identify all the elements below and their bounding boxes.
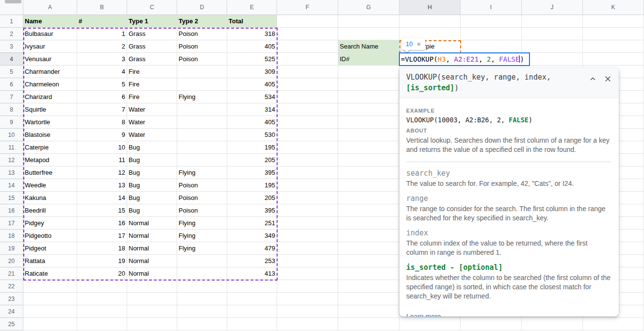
cell-A4[interactable]: Venusaur [23,53,77,66]
cell-A8[interactable]: Squirtle [23,103,77,116]
cell-C8[interactable]: Water [127,103,177,116]
cell-G4[interactable]: ID# [338,53,399,66]
cell-J4[interactable] [522,53,583,66]
cell-E23[interactable] [227,293,277,305]
cell-A6[interactable]: Charmeleon [23,78,77,91]
cell-G23[interactable] [338,293,399,305]
row-header-5[interactable]: 5 [0,66,23,78]
cell-B20[interactable]: 19 [77,255,127,267]
row-header-1[interactable]: 1 [0,15,23,28]
cell-C13[interactable]: Bug [127,166,177,179]
cell-D6[interactable] [177,78,227,91]
cell-C9[interactable]: Water [127,116,177,129]
cell-B11[interactable]: 10 [77,141,127,154]
cell-D15[interactable]: Poison [177,192,227,204]
cell-K2[interactable] [583,28,644,40]
cell-B9[interactable]: 8 [77,116,127,129]
cell-D23[interactable] [177,293,227,305]
cell-C16[interactable]: Bug [127,204,177,217]
row-header-19[interactable]: 19 [0,242,23,255]
cell-E11[interactable]: 195 [227,141,277,154]
cell-C20[interactable]: Normal [127,255,177,267]
cell-G16[interactable] [338,204,399,217]
row-header-7[interactable]: 7 [0,91,23,103]
cell-D22[interactable] [177,280,227,293]
cell-H1[interactable] [399,15,461,28]
formula-input[interactable]: =VLOOKUP(H3, A2:E21, 2, FALSE) [399,52,530,66]
cell-F25[interactable] [277,318,338,331]
cell-A25[interactable] [23,318,77,331]
cell-C18[interactable]: Normal [127,230,177,242]
cell-D17[interactable]: Flying [177,217,227,230]
cell-I3[interactable] [461,40,522,53]
cell-G3[interactable]: Search Name [338,40,399,53]
cell-A16[interactable]: Beedrill [23,204,77,217]
cell-F12[interactable] [277,154,338,166]
cell-E8[interactable]: 314 [227,103,277,116]
cell-E1[interactable]: Total [227,15,277,28]
cell-B17[interactable]: 16 [77,217,127,230]
cell-C21[interactable]: Normal [127,267,177,280]
cell-G20[interactable] [338,255,399,267]
column-header-F[interactable]: F [277,0,338,15]
cell-F9[interactable] [277,116,338,129]
cell-E22[interactable] [227,280,277,293]
cell-G9[interactable] [338,116,399,129]
cell-B22[interactable] [77,280,127,293]
cell-C2[interactable]: Grass [127,28,177,40]
row-header-20[interactable]: 20 [0,255,23,267]
cell-K4[interactable] [583,53,644,66]
cell-C11[interactable]: Bug [127,141,177,154]
cell-D14[interactable]: Poison [177,179,227,192]
cell-C17[interactable]: Normal [127,217,177,230]
cell-J2[interactable] [522,28,583,40]
cell-A2[interactable]: Bulbasaur [23,28,77,40]
cell-D20[interactable] [177,255,227,267]
cell-F21[interactable] [277,267,338,280]
cell-G19[interactable] [338,242,399,255]
cell-G11[interactable] [338,141,399,154]
cell-F7[interactable] [277,91,338,103]
cell-F15[interactable] [277,192,338,204]
row-header-9[interactable]: 9 [0,116,23,129]
cell-F11[interactable] [277,141,338,154]
cell-G5[interactable] [338,66,399,78]
cell-B25[interactable] [77,318,127,331]
cell-B4[interactable]: 3 [77,53,127,66]
cell-J25[interactable] [522,318,583,331]
cell-B19[interactable]: 18 [77,242,127,255]
cell-C19[interactable]: Normal [127,242,177,255]
column-header-G[interactable]: G [338,0,399,15]
cell-H25[interactable] [399,318,461,331]
cell-B13[interactable]: 12 [77,166,127,179]
cell-E14[interactable]: 195 [227,179,277,192]
column-header-B[interactable]: B [77,0,127,15]
cell-A22[interactable] [23,280,77,293]
row-header-25[interactable]: 25 [0,318,23,331]
cell-B10[interactable]: 9 [77,129,127,141]
cell-B21[interactable]: 20 [77,267,127,280]
cell-G14[interactable] [338,179,399,192]
cell-F24[interactable] [277,305,338,318]
cell-F10[interactable] [277,129,338,141]
cell-C25[interactable] [127,318,177,331]
cell-F23[interactable] [277,293,338,305]
cell-E9[interactable]: 405 [227,116,277,129]
cell-D10[interactable] [177,129,227,141]
cell-B16[interactable]: 15 [77,204,127,217]
row-header-23[interactable]: 23 [0,293,23,305]
cell-F19[interactable] [277,242,338,255]
cell-F22[interactable] [277,280,338,293]
row-header-18[interactable]: 18 [0,230,23,242]
cell-B24[interactable] [77,305,127,318]
cell-D18[interactable]: Flying [177,230,227,242]
cell-E25[interactable] [227,318,277,331]
cell-G24[interactable] [338,305,399,318]
cell-E19[interactable]: 479 [227,242,277,255]
cell-A21[interactable]: Raticate [23,267,77,280]
cell-G13[interactable] [338,166,399,179]
cell-D7[interactable]: Flying [177,91,227,103]
cell-F8[interactable] [277,103,338,116]
cell-C4[interactable]: Grass [127,53,177,66]
cell-D3[interactable]: Poison [177,40,227,53]
